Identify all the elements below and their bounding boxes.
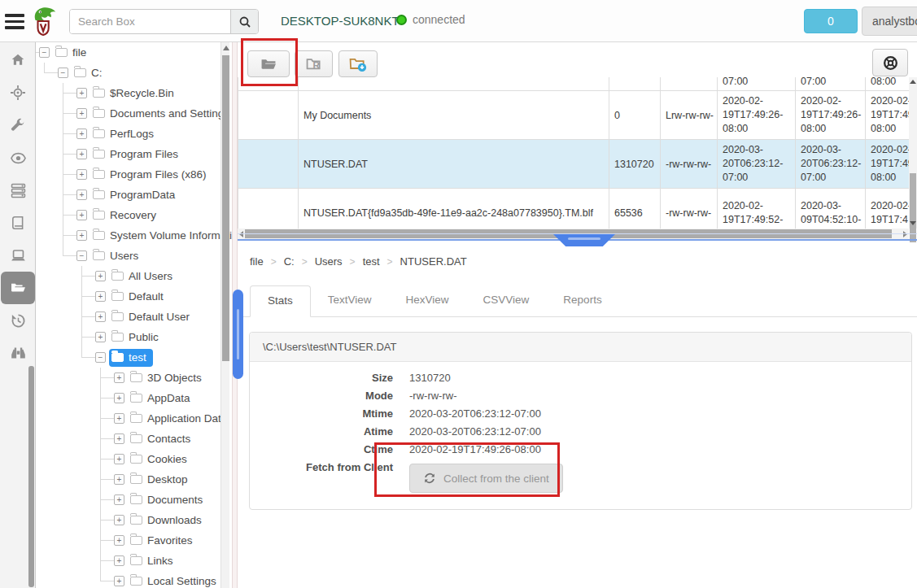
table-row[interactable]: My Documents 0 Lrw-rw-rw- 2020-02-19T17:…	[238, 91, 917, 140]
tree-node[interactable]: + Downloads	[36, 510, 232, 530]
collect-from-client-button[interactable]: Collect from the client	[409, 464, 563, 493]
search-input[interactable]	[70, 10, 230, 33]
refresh-directory-button[interactable]: R	[295, 50, 333, 77]
scroll-right-arrow-icon[interactable]	[903, 231, 907, 237]
breadcrumb-item[interactable]: C:	[264, 255, 295, 268]
tree-expander-icon[interactable]: −	[95, 352, 106, 363]
breadcrumb-item[interactable]: NTUSER.DAT	[380, 255, 467, 268]
tab[interactable]: Reports	[546, 285, 618, 317]
sidebar-item-artifacts[interactable]	[0, 109, 36, 142]
tree-node[interactable]: + Program Files	[36, 144, 232, 164]
tree-node[interactable]: + Links	[36, 551, 232, 571]
breadcrumb-item[interactable]: Users	[295, 255, 343, 268]
tree-node[interactable]: + Contacts	[36, 429, 232, 449]
tree-node[interactable]: − file	[36, 42, 232, 63]
sidebar-item-home[interactable]	[0, 44, 36, 76]
tree-node[interactable]: + AppData	[36, 388, 232, 408]
tree-expander-icon[interactable]: +	[76, 88, 87, 98]
help-button[interactable]	[872, 49, 908, 76]
tree-expander-icon[interactable]: +	[114, 393, 124, 403]
tree-expander-icon[interactable]: −	[58, 68, 68, 78]
tree-node[interactable]: + $Recycle.Bin	[36, 83, 232, 103]
scroll-up-arrow-icon[interactable]	[223, 46, 229, 50]
tree-expander-icon[interactable]: +	[76, 108, 87, 119]
tree-expander-icon[interactable]: +	[95, 332, 106, 342]
tree-expander-icon[interactable]: +	[76, 169, 87, 180]
table-row[interactable]: NTUSER.DAT{fd9a35db-49fe-11e9-aa2c-248a0…	[238, 189, 917, 229]
tree-expander-icon[interactable]: +	[114, 535, 124, 546]
tree-node[interactable]: + Local Settings	[36, 571, 232, 588]
tree-expander-icon[interactable]: +	[114, 413, 124, 424]
tree-expander-icon[interactable]: +	[114, 454, 124, 464]
sidebar-item-hunts[interactable]	[0, 76, 36, 109]
table-row[interactable]: 07:00 07:00 08:00	[238, 77, 917, 91]
sidebar-scrollbar[interactable]	[28, 366, 34, 587]
tree-expander-icon[interactable]: +	[76, 128, 87, 139]
tree-expander-icon[interactable]: +	[76, 230, 87, 241]
user-menu-button[interactable]: analystbob	[862, 7, 917, 36]
tree-expander-icon[interactable]: +	[114, 515, 124, 525]
tree-expander-icon[interactable]: +	[95, 311, 106, 322]
sidebar-item-view[interactable]	[0, 142, 36, 174]
sidebar-item-collected-history[interactable]	[0, 304, 36, 337]
sidebar-item-search-clients[interactable]	[0, 337, 36, 369]
velociraptor-logo[interactable]	[31, 3, 59, 41]
tree-node[interactable]: + Desktop	[36, 469, 232, 490]
breadcrumb-item[interactable]: test	[343, 255, 380, 268]
scroll-down-arrow-icon[interactable]	[910, 221, 916, 225]
breadcrumb-item[interactable]: file	[250, 255, 264, 268]
tree-node[interactable]: + All Users	[36, 266, 232, 286]
tree-node[interactable]: + Default User	[36, 307, 232, 327]
hamburger-menu-icon[interactable]	[5, 11, 26, 32]
notifications-button[interactable]: 0	[804, 9, 858, 33]
sidebar-item-vfs-browser[interactable]	[1, 272, 35, 304]
client-name[interactable]: DESKTOP-SUK8NKT	[281, 14, 400, 28]
tree-node[interactable]: − C:	[36, 63, 232, 83]
tree-node[interactable]: + Application Data	[36, 408, 232, 429]
tree-node[interactable]: − test	[36, 347, 232, 368]
scroll-left-arrow-icon[interactable]	[239, 231, 243, 237]
tab[interactable]: TextView	[311, 285, 389, 317]
tree-expander-icon[interactable]: +	[76, 189, 87, 200]
table-vertical-scrollbar[interactable]	[909, 77, 917, 229]
sidebar-item-server[interactable]	[0, 174, 36, 207]
sidebar-item-host-info[interactable]	[0, 239, 36, 272]
tree-expander-icon[interactable]: +	[76, 210, 87, 220]
tree-expander-icon[interactable]: +	[114, 494, 124, 505]
tree-expander-icon[interactable]: −	[76, 250, 87, 261]
open-folder-button[interactable]	[247, 50, 290, 77]
tab[interactable]: HexView	[389, 285, 466, 317]
download-folder-button[interactable]	[338, 50, 378, 77]
sidebar-item-notebooks[interactable]	[0, 207, 36, 239]
tree-expander-icon[interactable]: +	[114, 372, 124, 383]
tree-expander-icon[interactable]: +	[114, 576, 124, 586]
tree-node[interactable]: + ProgramData	[36, 185, 232, 205]
tree-node[interactable]: + Favorites	[36, 530, 232, 551]
tree-node[interactable]: + Cookies	[36, 449, 232, 469]
tree-expander-icon[interactable]: +	[114, 474, 124, 485]
search-button[interactable]	[230, 10, 258, 33]
tree-node[interactable]: + Recovery	[36, 205, 232, 225]
tree-expander-icon[interactable]: −	[39, 47, 50, 58]
tree-node[interactable]: + System Volume Informati	[36, 225, 232, 246]
tree-expander-icon[interactable]: +	[76, 149, 87, 159]
tree-expander-icon[interactable]: +	[95, 291, 106, 302]
tree-node[interactable]: + 3D Objects	[36, 368, 232, 388]
tree-expander-icon[interactable]: +	[114, 555, 124, 566]
tree-scrollbar-thumb[interactable]	[222, 55, 229, 361]
tab[interactable]: CSVView	[466, 285, 547, 317]
tree-node[interactable]: + Documents	[36, 490, 232, 510]
tree-node[interactable]: + Public	[36, 327, 232, 347]
tree-node[interactable]: + Documents and Settings	[36, 103, 232, 124]
tree-expander-icon[interactable]: +	[114, 433, 124, 444]
tree-node[interactable]: + PerfLogs	[36, 124, 232, 144]
tab[interactable]: Stats	[250, 285, 311, 317]
tree-node[interactable]: + Default	[36, 286, 232, 307]
tree-scrollbar[interactable]	[221, 42, 229, 588]
scroll-up-arrow-icon[interactable]	[910, 80, 916, 84]
tree-node[interactable]: + Program Files (x86)	[36, 164, 232, 185]
tree-expander-icon[interactable]: +	[95, 271, 106, 281]
vertical-splitter-handle[interactable]	[233, 290, 243, 379]
tree-node[interactable]: − Users	[36, 246, 232, 266]
table-row[interactable]: NTUSER.DAT 1310720 -rw-rw-rw- 2020-03-20…	[238, 140, 917, 189]
